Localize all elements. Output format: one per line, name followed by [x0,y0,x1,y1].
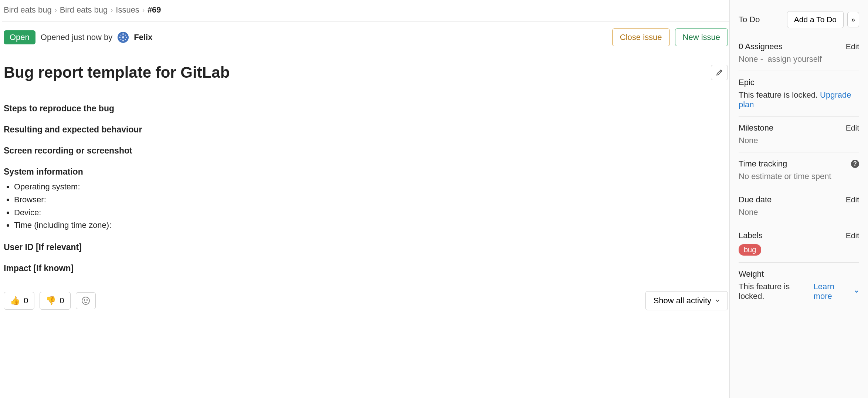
time-tracking-title: Time tracking [739,159,787,169]
status-row: Open Opened just now by Felix Close issu… [2,22,729,53]
assignees-none: None - [739,54,763,64]
author-link[interactable]: Felix [134,33,152,42]
breadcrumb-project[interactable]: Bird eats bug [60,5,108,15]
opened-text: Opened just now by [41,33,112,42]
epic-title: Epic [739,78,755,87]
svg-point-4 [119,37,121,38]
svg-point-2 [122,33,124,35]
body-heading: Steps to reproduce the bug [4,104,728,114]
thumbs-up-icon: 👍 [10,296,20,306]
breadcrumb-section[interactable]: Issues [116,5,139,15]
breadcrumb: Bird eats bug › Bird eats bug › Issues ›… [2,0,729,22]
chevron-down-icon [715,298,720,303]
labels-edit[interactable]: Edit [846,231,859,240]
learn-more-link[interactable]: Learn more [814,282,852,301]
edit-title-button[interactable] [711,65,728,80]
label-badge-bug[interactable]: bug [739,244,761,256]
body-heading: Impact [If known] [4,263,728,273]
milestone-title: Milestone [739,123,773,133]
todo-label: To Do [739,15,760,24]
svg-point-9 [125,39,126,40]
svg-point-8 [121,39,122,40]
close-issue-button[interactable]: Close issue [612,28,670,46]
svg-point-3 [122,40,124,41]
footer-row: 👍 0 👎 0 Show all activity [2,288,729,310]
thumbs-up-count: 0 [24,296,28,306]
avatar[interactable] [118,32,129,43]
svg-point-11 [84,300,85,300]
list-item: Operating system: [14,181,728,193]
body-heading: Resulting and expected behaviour [4,125,728,135]
weight-locked-text: This feature is locked. [739,282,811,301]
issue-title: Bug report template for GitLab [4,64,230,81]
svg-point-12 [87,300,87,300]
collapse-sidebar-button[interactable]: » [847,12,859,27]
list-item: Browser: [14,194,728,206]
breadcrumb-group[interactable]: Bird eats bug [4,5,52,15]
milestone-edit[interactable]: Edit [846,124,859,132]
status-badge: Open [4,30,35,44]
activity-dropdown[interactable]: Show all activity [645,291,728,310]
labels-title: Labels [739,231,763,240]
svg-point-1 [122,36,124,38]
activity-dropdown-label: Show all activity [653,296,711,306]
assignees-title: 0 Assignees [739,42,783,51]
help-icon[interactable]: ? [851,160,859,168]
body-heading: System information [4,167,728,177]
issue-body: Steps to reproduce the bug Resulting and… [2,85,729,275]
chevron-down-icon [854,289,859,294]
due-date-edit[interactable]: Edit [846,195,859,204]
chevron-right-icon: › [111,6,113,14]
new-issue-button[interactable]: New issue [675,28,728,46]
chevron-right-icon: › [142,6,145,14]
time-tracking-value: No estimate or time spent [739,172,859,181]
body-heading: Screen recording or screenshot [4,146,728,156]
svg-point-10 [82,297,89,304]
smiley-icon [81,296,90,305]
pencil-icon [716,69,723,76]
epic-locked-text: This feature is locked. [739,90,818,100]
due-date-value: None [739,208,859,217]
chevron-double-right-icon: » [851,16,855,24]
add-reaction-button[interactable] [76,292,96,309]
thumbs-down-count: 0 [60,296,64,306]
chevron-right-icon: › [55,6,57,14]
due-date-title: Due date [739,195,772,205]
svg-point-7 [125,35,126,36]
assign-yourself-link[interactable]: assign yourself [767,54,822,64]
thumbs-down-icon: 👎 [46,296,56,306]
assignees-edit[interactable]: Edit [846,42,859,51]
sidebar: To Do Add a To Do » 0 Assignees Edit Non… [729,0,868,398]
thumbs-up-button[interactable]: 👍 0 [4,292,34,310]
list-item: Time (including time zone): [14,220,728,231]
body-heading: User ID [If relevant] [4,242,728,252]
add-todo-button[interactable]: Add a To Do [787,11,844,28]
svg-point-5 [126,37,127,38]
breadcrumb-current: #69 [148,5,161,15]
weight-title: Weight [739,269,764,279]
thumbs-down-button[interactable]: 👎 0 [40,292,70,310]
svg-point-6 [121,35,122,36]
milestone-value: None [739,136,859,145]
list-item: Device: [14,207,728,219]
